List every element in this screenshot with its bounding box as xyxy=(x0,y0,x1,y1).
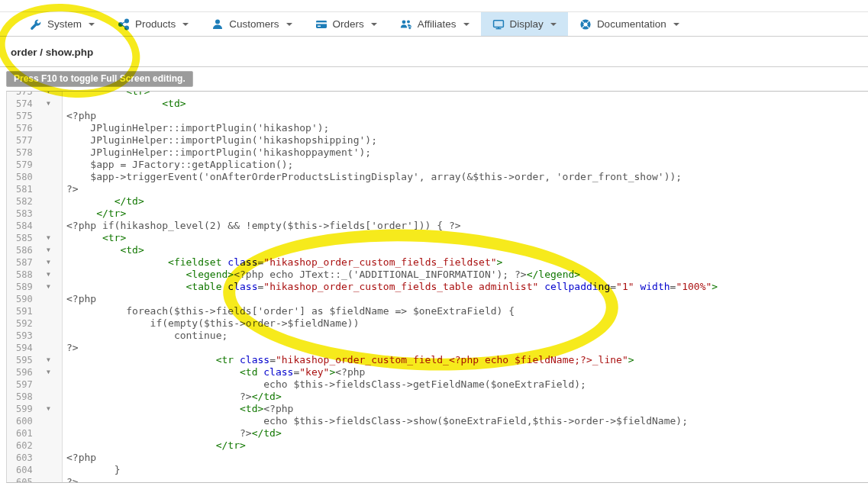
line-number: 599▼ xyxy=(7,403,63,415)
code-line[interactable]: 575<?php xyxy=(7,110,868,122)
code-line[interactable]: 595▼ <tr class="hikashop_order_custom_fi… xyxy=(7,354,868,366)
menu-item-label: Orders xyxy=(333,18,364,30)
code-line[interactable]: 598 ?></td> xyxy=(7,391,868,403)
code-line[interactable]: 603<?php xyxy=(7,452,868,464)
code-line[interactable]: 588▼ <legend><?php echo JText::_('ADDITI… xyxy=(7,269,868,281)
line-number-text: 577 xyxy=(7,134,44,146)
code-text: <td><?php xyxy=(63,403,868,415)
fold-toggle-icon[interactable]: ▼ xyxy=(47,269,50,281)
code-line[interactable]: 576 JPluginHelper::importPlugin('hikasho… xyxy=(7,122,868,134)
code-line[interactable]: 577 JPluginHelper::importPlugin('hikasho… xyxy=(7,134,868,146)
code-text: </tr> xyxy=(63,439,868,452)
code-line[interactable]: 580 $app->triggerEvent('onAfterOrderProd… xyxy=(7,171,868,183)
code-line[interactable]: 590<?php xyxy=(7,293,868,305)
code-line[interactable]: 589▼ <table class="hikashop_order_custom… xyxy=(7,281,868,293)
code-text: foreach($this->fields['order'] as $field… xyxy=(63,305,868,317)
line-number: 595▼ xyxy=(7,354,63,366)
line-number-text: 591 xyxy=(7,305,44,317)
line-number-text: 588 xyxy=(7,269,44,281)
menu-item-orders[interactable]: Orders xyxy=(304,12,389,36)
code-text: JPluginHelper::importPlugin('hikashoppay… xyxy=(63,146,868,159)
fold-toggle-icon[interactable]: ▼ xyxy=(47,366,50,378)
line-number-text: 604 xyxy=(7,464,44,476)
line-number-text: 590 xyxy=(7,293,44,305)
code-line[interactable]: 587▼ <fieldset class="hikashop_order_cus… xyxy=(7,256,868,269)
code-line[interactable]: 594?> xyxy=(7,342,868,354)
code-line[interactable]: 593 continue; xyxy=(7,330,868,342)
code-line[interactable]: 583 </tr> xyxy=(7,208,868,220)
code-line[interactable]: 586▼ <td> xyxy=(7,244,868,256)
code-line[interactable]: 584<?php if(hikashop_level(2) && !empty(… xyxy=(7,220,868,232)
code-line[interactable]: 579 $app = JFactory::getApplication(); xyxy=(7,159,868,171)
fold-toggle-icon[interactable]: ▼ xyxy=(47,256,50,269)
code-line[interactable]: 592 if(empty($this->order->$fieldName)) xyxy=(7,317,868,330)
code-text: <fieldset class="hikashop_order_custom_f… xyxy=(63,256,868,269)
menu-item-label: Products xyxy=(135,18,176,30)
menu-item-customers[interactable]: Customers xyxy=(200,12,303,36)
fold-toggle-icon[interactable]: ▼ xyxy=(47,232,50,244)
line-number: 578 xyxy=(7,146,63,159)
code-line[interactable]: 578 JPluginHelper::importPlugin('hikasho… xyxy=(7,146,868,159)
code-line[interactable]: 605?> xyxy=(7,476,868,483)
menu-item-label: Customers xyxy=(229,18,279,30)
users-gear-icon xyxy=(400,18,412,31)
fold-toggle-icon[interactable]: ▼ xyxy=(47,98,50,110)
line-number-text: 584 xyxy=(7,220,44,232)
code-text: </td> xyxy=(63,195,868,208)
line-number: 587▼ xyxy=(7,256,63,269)
code-text: <td> xyxy=(63,244,868,256)
fold-toggle-icon[interactable]: ▼ xyxy=(47,244,50,256)
code-text: <?php xyxy=(63,293,868,305)
fold-toggle-icon[interactable]: ▼ xyxy=(47,91,50,98)
code-editor[interactable]: 573▼ <tr>574▼ <td>575<?php576 JPluginHel… xyxy=(6,91,868,483)
monitor-icon xyxy=(492,18,505,31)
code-text: <tr class="hikashop_order_custom_field_<… xyxy=(63,354,868,366)
life-ring-icon xyxy=(579,18,592,31)
menu-item-system[interactable]: System xyxy=(18,12,106,36)
line-number: 586▼ xyxy=(7,244,63,256)
code-line[interactable]: 585▼ <tr> xyxy=(7,232,868,244)
line-number-text: 592 xyxy=(7,317,44,330)
fold-toggle-icon[interactable]: ▼ xyxy=(47,403,50,415)
code-line[interactable]: 597 echo $this->fieldsClass->getFieldNam… xyxy=(7,378,868,391)
line-number-text: 601 xyxy=(7,427,44,439)
menu-item-documentation[interactable]: Documentation xyxy=(568,12,691,36)
fold-toggle-icon[interactable]: ▼ xyxy=(47,354,50,366)
line-number: 604 xyxy=(7,464,63,476)
code-text: <table class="hikashop_order_custom_fiel… xyxy=(63,281,868,293)
page: SystemProductsCustomersOrdersAffiliatesD… xyxy=(0,0,868,499)
line-number-text: 582 xyxy=(7,195,44,208)
line-number: 579 xyxy=(7,159,63,171)
line-number-text: 580 xyxy=(7,171,44,183)
line-number: 573▼ xyxy=(7,91,63,98)
code-text: <?php xyxy=(63,452,868,464)
code-line[interactable]: 601 ?></td> xyxy=(7,427,868,439)
code-line[interactable]: 596▼ <td class="key"><?php xyxy=(7,366,868,378)
code-line[interactable]: 574▼ <td> xyxy=(7,98,868,110)
code-text: <td class="key"><?php xyxy=(63,366,868,378)
code-line[interactable]: 591 foreach($this->fields['order'] as $f… xyxy=(7,305,868,317)
code-line[interactable]: 582 </td> xyxy=(7,195,868,208)
code-lines: 573▼ <tr>574▼ <td>575<?php576 JPluginHel… xyxy=(7,91,868,483)
menu-item-label: System xyxy=(47,18,82,30)
menu-item-display[interactable]: Display xyxy=(481,12,568,36)
code-line[interactable]: 573▼ <tr> xyxy=(7,91,868,98)
line-number: 589▼ xyxy=(7,281,63,293)
line-number-text: 589 xyxy=(7,281,44,293)
main-menubar: SystemProductsCustomersOrdersAffiliatesD… xyxy=(0,11,868,37)
line-number: 605 xyxy=(7,476,63,483)
line-number-text: 581 xyxy=(7,183,44,195)
code-line[interactable]: 604 } xyxy=(7,464,868,476)
code-line[interactable]: 602 </tr> xyxy=(7,439,868,452)
line-number-text: 596 xyxy=(7,366,44,378)
menu-item-products[interactable]: Products xyxy=(106,12,200,36)
code-line[interactable]: 581?> xyxy=(7,183,868,195)
line-number: 576 xyxy=(7,122,63,134)
code-line[interactable]: 600 echo $this->fieldsClass->show($oneEx… xyxy=(7,415,868,427)
code-text: } xyxy=(63,464,868,476)
code-line[interactable]: 599▼ <td><?php xyxy=(7,403,868,415)
fold-toggle-icon[interactable]: ▼ xyxy=(47,281,50,293)
line-number-text: 603 xyxy=(7,452,44,464)
code-text: echo $this->fieldsClass->getFieldName($o… xyxy=(63,378,868,391)
menu-item-affiliates[interactable]: Affiliates xyxy=(389,12,481,36)
